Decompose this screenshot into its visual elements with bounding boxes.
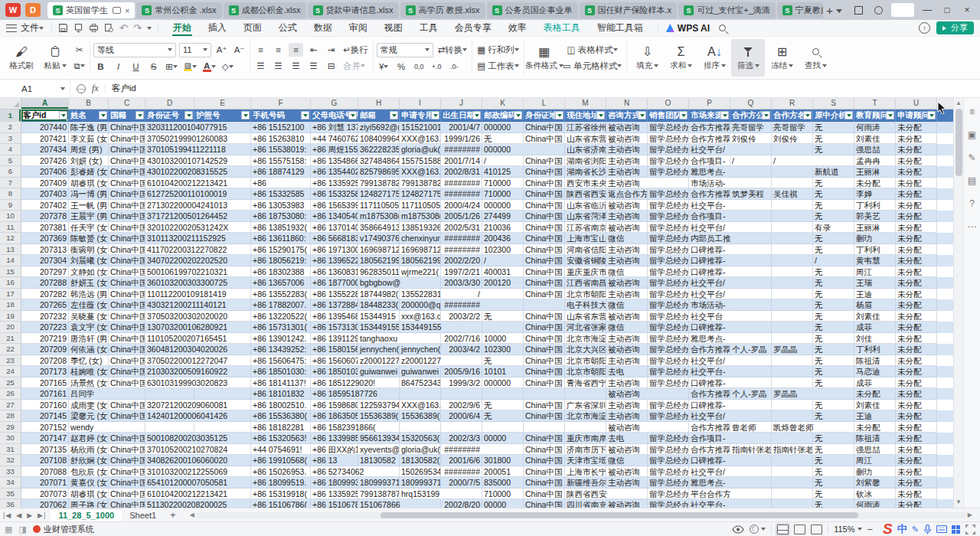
cell[interactable]: 未分配 [896,489,937,500]
table-style-button[interactable]: ◫ 表格样式 [561,43,624,57]
cell[interactable] [730,455,772,466]
menu-tab-会员专享[interactable]: 会员专享 [446,20,500,37]
cell[interactable]: 1997/2/21 [441,266,482,278]
sort-button[interactable]: A↓排序 [697,39,731,77]
cell[interactable]: 北京大兴区 [565,344,606,355]
column-header-F[interactable]: F [251,98,311,109]
taskbar-grid-icon[interactable]: ▦ [5,525,12,534]
column-header-N[interactable]: N [606,98,648,109]
cell[interactable]: 2003/4/2 [441,344,482,355]
header-cell[interactable]: 现住地址 [565,109,606,122]
row-number[interactable]: 34 [0,477,21,489]
cell[interactable]: 207232 [21,311,69,322]
cell[interactable]: China中国 [109,255,145,266]
cell[interactable]: 207108 [21,455,69,466]
cell[interactable]: 32010220020531242X [145,222,194,234]
cell[interactable]: 主动咨询 [606,289,648,300]
cell[interactable]: 360103200303300725 [145,277,194,289]
row-number[interactable]: 32 [0,455,21,466]
cell[interactable]: 180999371 [400,477,441,489]
cell[interactable]: +86 刘慧 137052 [311,122,358,133]
row-number[interactable]: 12 [0,233,21,244]
cell[interactable]: 207378 [21,211,69,222]
cell[interactable]: wjrme221( [400,266,441,278]
cell[interactable]: 无 [813,244,854,256]
cell[interactable]: 孟冉冉 [854,155,896,167]
cell[interactable] [730,410,772,422]
filter-dropdown-icon[interactable] [803,111,812,119]
row-number[interactable]: 4 [0,144,21,155]
filter-dropdown-icon[interactable] [762,111,770,119]
column-header-H[interactable]: H [358,98,400,109]
cell[interactable]: 301800 [482,455,524,466]
cell[interactable] [441,489,482,500]
cell[interactable]: 成菲 [854,377,896,389]
cell[interactable]: 主动咨询 [606,166,648,178]
cell[interactable]: 留学总经办 [648,400,689,411]
layout-widgets-icon[interactable] [848,2,868,18]
cell[interactable]: +44 0754691! [251,444,311,456]
column-header-B[interactable]: B [69,98,109,109]
cell[interactable]: +86 1360831276 [311,266,358,278]
column-header-U[interactable]: U [896,98,937,109]
cell[interactable]: +86 1565399710 [311,200,358,211]
row-number[interactable]: 13 [0,244,21,256]
cell[interactable]: 左佳薇 (女 [69,299,109,311]
search-icon[interactable] [719,25,726,31]
cell[interactable]: 未分配 [896,433,937,444]
cell[interactable]: 610104200212213421 [145,178,194,189]
cell[interactable]: 口碑推荐- [689,455,730,466]
cell[interactable]: +86 1396522100: [311,255,358,266]
add-sheet-button[interactable]: + [164,509,182,521]
cell[interactable]: +86 18302388 [251,266,311,278]
cell[interactable]: +86 13220522( [251,311,311,322]
cell[interactable]: 返点合作方 [606,188,648,200]
cell[interactable]: 舒欣娴 (女 [69,455,109,466]
cell[interactable]: ######## [441,178,482,189]
font-name-select[interactable]: 等线 [93,43,176,57]
cell[interactable]: xxx@163.c( [400,311,441,322]
cell[interactable]: 留学总经办 [648,166,689,178]
sheet-nav-first-icon[interactable]: |◀ [3,511,11,519]
cell[interactable]: 刘素佳 [854,133,896,145]
cell[interactable]: 留学总经办 [648,489,689,500]
cell[interactable]: 未分配 [896,444,937,456]
column-header-M[interactable]: M [565,98,606,109]
cell[interactable]: +86 56681836 [311,233,358,244]
cell[interactable]: 370105200210270824 [145,444,194,456]
cell[interactable]: +86 1533258500( [311,188,358,200]
cell[interactable]: 丁利利 [854,200,896,211]
cell[interactable]: China中国 [524,122,565,133]
filter-dropdown-icon[interactable] [136,111,144,119]
cell[interactable]: 未分配 [896,244,937,256]
cell[interactable]: +86 15575158: [251,155,311,167]
cell[interactable] [772,233,813,244]
cell[interactable]: 周煜 (男) [69,144,109,155]
cell[interactable]: China中国 [524,410,565,422]
cell[interactable]: China中国 [109,499,145,508]
cell[interactable]: +86 田XX的13 [311,444,358,456]
header-cell[interactable]: 出生日期 [441,109,482,122]
header-cell[interactable]: 父母电话号码 [311,109,358,122]
cell[interactable]: 207409 [21,178,69,189]
header-cell[interactable]: 销售团队 [648,109,689,122]
sheet-nav-prev-icon[interactable]: ◀ [16,511,22,519]
cell[interactable]: 207440 [21,122,69,133]
cell[interactable]: 胡睿琪 (女 [69,489,109,500]
cell[interactable]: 主动咨询 [606,178,648,189]
cell[interactable]: +86 18056219: [251,255,311,266]
cell[interactable]: 169698712 [358,244,400,256]
freeze-button[interactable]: ⊞冻结 [765,39,799,77]
new-tab-button[interactable]: + [823,4,836,17]
cell[interactable]: China中国 [524,333,565,345]
cell[interactable]: 陈敏赟 (女 [69,233,109,244]
cell[interactable]: 无 [813,277,854,289]
cell[interactable]: 358664913 [358,222,400,234]
cell[interactable]: 864752343 [400,377,441,389]
cell[interactable]: 陕西省西安 [565,489,606,500]
cell[interactable]: 合作项目- [689,211,730,222]
cell[interactable]: 无 [813,489,854,500]
cell[interactable]: 310103200212255069 [145,466,194,478]
row-number[interactable]: 5 [0,155,21,167]
cell[interactable]: 000000 [482,122,524,133]
